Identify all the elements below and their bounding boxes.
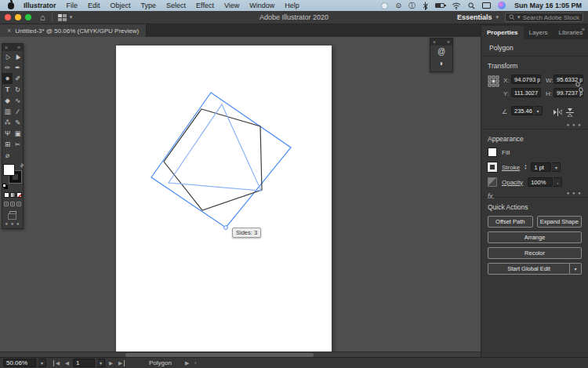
arrange-documents-icon[interactable] [58,14,67,21]
mini-panel-collapse-icon[interactable]: » [447,39,450,45]
canvas-area[interactable]: Sides: 3 × » @ ◗ [0,37,481,352]
wifi-icon[interactable] [452,2,461,10]
stroke-link[interactable]: Stroke [502,164,520,171]
menu-view[interactable]: View [224,2,239,9]
horizontal-scrollbar[interactable] [0,352,481,357]
rotation-chevron-icon[interactable]: ▾ [534,106,543,115]
fill-indicator[interactable] [3,164,15,176]
close-document-icon[interactable]: × [7,27,11,35]
none-button[interactable] [16,192,22,198]
minimize-window-button[interactable] [15,14,21,20]
artboard-number-chevron-icon[interactable]: ▾ [97,359,105,367]
zoom-level-field[interactable]: 50.06% [3,359,36,367]
flip-horizontal-icon[interactable] [554,108,562,116]
document-tab[interactable]: × Untitled-3* @ 50.06% (CMYK/GPU Preview… [0,24,147,37]
home-icon[interactable]: ⌂ [40,13,45,22]
start-global-edit-button[interactable]: Start Global Edit [488,263,570,275]
tab-layers[interactable]: Layers [524,26,554,39]
draw-inside-button[interactable] [16,202,21,206]
dock-collapse-icon[interactable]: » [582,26,585,33]
tools-panel-close-icon[interactable]: × [5,45,8,50]
menu-window[interactable]: Window [249,2,274,9]
draw-normal-button[interactable] [4,202,9,206]
next-artboard-icon[interactable]: ▶ [107,360,114,366]
type-tool[interactable]: T [2,84,13,95]
menu-file[interactable]: File [67,2,78,9]
y-field[interactable]: 111.3027 [511,88,541,97]
shaper-tool[interactable]: ∿ [13,95,23,106]
menu-type[interactable]: Type [141,2,157,9]
hand-tool[interactable]: Ψ [2,128,13,139]
bluetooth-icon[interactable] [423,2,428,10]
screen-mirroring-icon[interactable]: ⊙ [395,2,401,10]
stroke-color-swatch[interactable] [488,162,497,172]
zoom-window-button[interactable] [25,14,31,20]
scissors-tool[interactable]: ✂ [13,139,23,150]
rotation-field[interactable]: 235.46 [511,106,533,115]
opacity-link[interactable]: Opacity [502,179,523,186]
spotlight-icon[interactable] [468,2,475,10]
adobe-stock-search-input[interactable]: ▾ Search Adobe Stock [505,13,583,22]
color-button[interactable] [4,192,9,198]
tab-properties[interactable]: Properties [481,26,524,39]
polygon-tool[interactable]: ● [2,73,13,84]
twirl-tool[interactable]: @ [430,46,452,57]
zoom-level-chevron-icon[interactable]: ▾ [38,359,46,367]
menu-object[interactable]: Object [111,2,131,9]
curvature-tool[interactable]: ✑ [2,62,13,73]
paintbrush-tool[interactable]: ✐ [13,73,23,84]
info-icon[interactable]: ⓘ [408,2,416,10]
battery-icon[interactable] [435,2,445,10]
opacity-field[interactable]: 100% [528,177,553,187]
reference-point-locator[interactable] [488,75,499,87]
menu-select[interactable]: Select [166,2,186,9]
stroke-weight-chevron-icon[interactable]: ▾ [552,162,561,172]
stroke-weight-field[interactable]: 1 pt [531,162,551,172]
appearance-more-options-icon[interactable]: ● ● ● [567,191,582,195]
previous-artboard-icon[interactable]: ◀ [64,360,71,366]
menu-help[interactable]: Help [285,2,299,9]
artboard-tool[interactable]: ▣ [13,128,23,139]
x-field[interactable]: 94.0793 p [511,75,541,84]
gradient-button[interactable] [10,192,16,198]
draw-behind-button[interactable] [10,202,15,206]
siri-icon[interactable] [498,2,506,9]
direct-selection-tool[interactable]: ▶ [13,51,23,62]
record-icon[interactable] [381,2,388,9]
recolor-button[interactable]: Recolor [488,247,582,259]
offset-path-button[interactable]: Offset Path [488,216,533,228]
opacity-expand-icon[interactable]: › [554,177,562,187]
arrange-button[interactable]: Arrange [488,231,582,243]
pen-tool[interactable]: ✒ [13,62,23,73]
menu-edit[interactable]: Edit [88,2,100,9]
mini-panel-close-icon[interactable]: × [433,39,436,45]
expand-shape-button[interactable]: Expand Shape [537,216,583,228]
status-play-icon[interactable]: ▶ [185,360,189,366]
fin-shape-tool[interactable]: ◗ [430,57,452,69]
zoom-tool[interactable]: ⌀ [2,150,13,161]
pencil-tool[interactable]: ✎ [13,117,23,128]
first-artboard-icon[interactable]: ◀ [53,360,61,366]
polygon-anchor-handle[interactable] [224,226,228,230]
fill-color-swatch[interactable] [488,148,497,157]
flip-vertical-icon[interactable] [566,108,574,117]
selection-tool[interactable]: ▷ [2,51,13,62]
display-icon[interactable] [482,2,491,9]
workspace-switcher[interactable]: Essentials ▾ [457,13,499,21]
tools-panel-collapse-icon[interactable]: » [17,45,20,50]
close-window-button[interactable] [5,14,11,20]
perspective-grid-tool[interactable]: ⊞ [2,139,13,150]
menu-illustrator[interactable]: Illustrator [24,2,56,9]
arrange-documents-chevron-icon[interactable]: ▾ [70,14,73,20]
rotate-tool[interactable]: ↻ [13,84,23,95]
transform-more-options-icon[interactable]: ● ● ● [567,122,582,127]
symbol-sprayer-tool[interactable]: ⁂ [2,117,13,128]
stroke-weight-stepper[interactable]: ▴▾ [524,164,526,170]
default-fill-stroke-icon[interactable] [2,184,6,188]
square-shape[interactable] [151,93,291,228]
last-artboard-icon[interactable]: ▶ [117,360,125,366]
link-dimensions-icon[interactable] [575,82,583,93]
apple-icon[interactable] [8,2,14,9]
status-expand-icon[interactable]: ‹ [194,360,196,366]
screen-mode-button[interactable] [9,211,16,217]
